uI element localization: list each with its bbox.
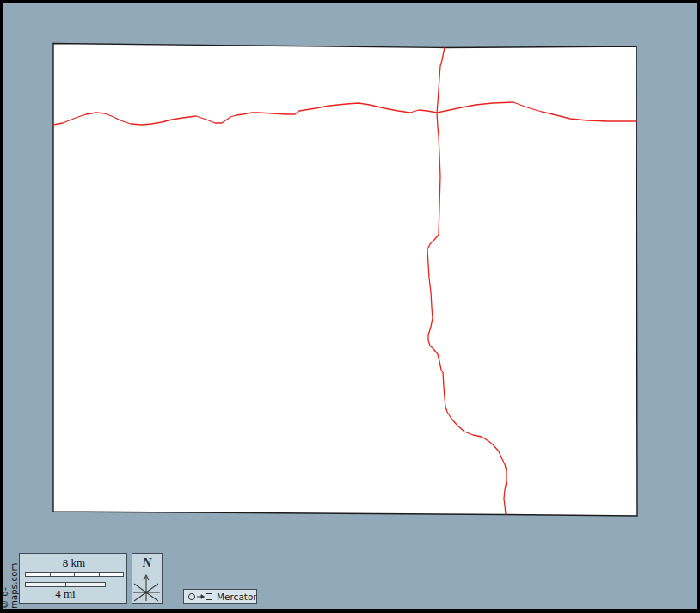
scale-bar-km-segment (51, 573, 76, 576)
scale-mi-label: 4 mi (25, 587, 106, 601)
scale-bar-km-segment (26, 573, 51, 576)
copyright-credit: © d-maps.com (3, 544, 15, 609)
compass-panel: N (132, 553, 163, 604)
projection-label: Mercator (217, 592, 257, 602)
page-background (3, 3, 697, 609)
projection-transform-icon (187, 592, 214, 602)
projection-panel: Mercator (183, 589, 257, 604)
scale-km-label: 8 km (20, 556, 128, 570)
screenshot-root: 8 km 4 mi N Merc (0, 0, 700, 613)
compass-rose-icon (132, 554, 163, 604)
scale-bar-mi-segment (66, 583, 106, 586)
scale-bar-km-segment (100, 573, 124, 576)
scale-bar-km-segment (75, 573, 100, 576)
scale-bar-mi-segment (26, 583, 66, 586)
scale-bar-panel: 8 km 4 mi (19, 553, 127, 604)
scale-bar-km (25, 572, 124, 577)
